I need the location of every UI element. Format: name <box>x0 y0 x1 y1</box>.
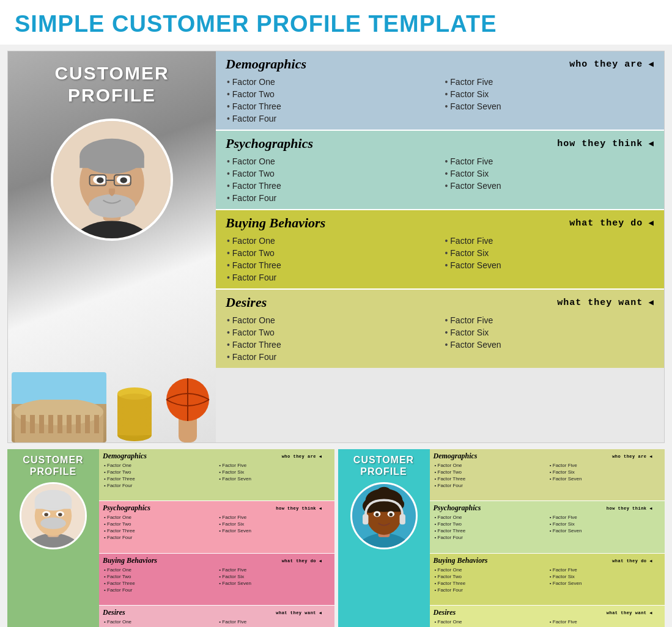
desires-right-list: Factor Five Factor Six Factor Seven <box>440 314 659 363</box>
small-card-2-title: CUSTOMERPROFILE <box>338 449 430 480</box>
svg-point-8 <box>97 177 104 183</box>
sc2-desires-right: Factor FiveFactor SixFactor Seven <box>547 618 662 627</box>
list-item: Factor Six <box>445 167 654 180</box>
main-person-avatar <box>51 119 173 241</box>
section-buying: Buying Behaviors what they do Factor One… <box>216 210 664 290</box>
list-item: Factor Three <box>227 180 435 192</box>
list-item: Factor One <box>227 155 435 167</box>
sc2-tag-psycho: how they think <box>607 504 665 511</box>
svg-rect-5 <box>79 156 144 168</box>
list-item: Factor Three <box>227 339 435 351</box>
sc1-buying-left: Factor OneFactor Two Factor ThreeFactor … <box>102 566 216 593</box>
sc1-buying-right: Factor FiveFactor SixFactor Seven <box>216 566 331 593</box>
list-item: Factor Six <box>445 326 654 339</box>
svg-point-13 <box>89 194 136 218</box>
sc1-title-psycho: Psychographics <box>99 501 154 513</box>
sc1-tag-desires: what they want <box>276 608 334 615</box>
colosseum-image <box>12 372 106 442</box>
small-card-1-left: CUSTOMERPROFILE <box>7 449 99 627</box>
svg-point-46 <box>58 513 62 517</box>
svg-rect-42 <box>35 501 72 509</box>
section-psychographics: Psychographics how they think Factor One… <box>216 131 664 210</box>
list-item: Factor Seven <box>445 180 654 192</box>
small-card-1-title: CUSTOMERPROFILE <box>7 449 99 480</box>
buying-right-list: Factor Five Factor Six Factor Seven <box>440 235 659 284</box>
list-item: Factor Four <box>227 271 435 284</box>
sc2-demo-right: Factor FiveFactor SixFactor Seven <box>547 462 662 489</box>
svg-rect-61 <box>363 515 368 525</box>
sc2-desires-left: Factor OneFactor Two Factor ThreeFactor … <box>432 618 547 627</box>
bottom-images <box>8 320 216 442</box>
small-card-1: CUSTOMERPROFILE <box>7 449 334 627</box>
svg-point-9 <box>120 177 127 183</box>
sc2-tag-desires: what they want <box>607 608 665 615</box>
sc1-tag-buying: what they do <box>282 556 334 563</box>
list-item: Factor Six <box>445 247 654 259</box>
sc2-title-psycho: Psychographics <box>430 501 485 513</box>
sc1-demo-right: Factor FiveFactor SixFactor Seven <box>216 462 331 489</box>
list-item: Factor Two <box>227 88 435 100</box>
svg-rect-24 <box>94 415 99 433</box>
svg-point-59 <box>375 513 378 517</box>
sc1-title-desires: Desires <box>99 606 129 618</box>
sc1-section-buying: Buying Behaviors what they do Factor One… <box>99 554 334 606</box>
list-item: Factor Two <box>227 167 435 180</box>
sc1-demo-left: Factor OneFactor Two Factor ThreeFactor … <box>102 462 216 489</box>
svg-rect-23 <box>85 415 90 433</box>
list-item: Factor Four <box>227 112 435 125</box>
section-title-buying: Buying Behaviors <box>216 210 564 233</box>
sc2-title-desires: Desires <box>430 606 460 618</box>
sc1-title-buying: Buying Behaviors <box>99 554 161 566</box>
list-item: Factor Seven <box>445 339 654 351</box>
sc2-psycho-right: Factor FiveFactor SixFactor Seven <box>547 514 662 541</box>
section-title-psycho: Psychographics <box>216 131 552 154</box>
section-desires: Desires what they want Factor One Factor… <box>216 290 664 368</box>
svg-point-33 <box>117 424 152 436</box>
sc2-psycho-left: Factor OneFactor Two Factor ThreeFactor … <box>432 514 547 541</box>
basketball-image <box>163 375 212 442</box>
svg-rect-20 <box>57 415 62 433</box>
sc2-buying-right: Factor FiveFactor SixFactor Seven <box>547 566 662 593</box>
main-card: CUSTOMER PROFILE <box>7 51 665 443</box>
small-card-2: CUSTOMERPROFILE <box>338 449 665 627</box>
small-card-1-right: Demographics who they are Factor OneFact… <box>99 449 334 627</box>
sc1-desires-left: Factor OneFactor Two Factor ThreeFactor … <box>102 618 216 627</box>
small-card-2-right: Demographics who they are Factor OneFact… <box>430 449 665 627</box>
page-title: SIMPLE CUSTOMER PROFILE TEMPLATE <box>0 0 672 45</box>
sc1-section-psycho: Psychographics how they think Factor One… <box>99 501 334 553</box>
svg-point-60 <box>389 513 393 517</box>
list-item: Factor Four <box>227 351 435 363</box>
list-item: Factor Seven <box>445 100 654 112</box>
main-left-panel: CUSTOMER PROFILE <box>8 51 216 442</box>
list-item: Factor Five <box>445 235 654 247</box>
sc2-section-psycho: Psychographics how they think Factor One… <box>430 501 665 553</box>
desires-left-list: Factor One Factor Two Factor Three Facto… <box>222 314 440 363</box>
section-tag-buying: what they do <box>564 213 664 231</box>
list-item: Factor Five <box>445 76 654 88</box>
svg-point-45 <box>44 513 48 517</box>
sc2-tag-demo: who they are <box>612 452 665 459</box>
sc2-section-buying: Buying Behaviors what they do Factor One… <box>430 554 665 606</box>
buying-left-list: Factor One Factor Two Factor Three Facto… <box>222 235 440 284</box>
small-cards-row: CUSTOMERPROFILE <box>7 449 665 627</box>
demo-left-list: Factor One Factor Two Factor Three Facto… <box>222 76 440 125</box>
svg-rect-16 <box>21 415 26 433</box>
sc1-psycho-right: Factor FiveFactor SixFactor Seven <box>216 514 331 541</box>
small-card-2-avatar <box>350 482 418 549</box>
psycho-left-list: Factor One Factor Two Factor Three Facto… <box>222 155 440 204</box>
section-tag-demo: who they are <box>564 54 664 72</box>
sc1-tag-demo: who they are <box>282 452 334 459</box>
svg-rect-18 <box>39 415 44 433</box>
main-right-panel: Demographics who they are Factor One Fac… <box>216 51 664 442</box>
sc1-section-demo: Demographics who they are Factor OneFact… <box>99 449 334 501</box>
section-tag-desires: what they want <box>552 292 664 310</box>
list-item: Factor Two <box>227 326 435 339</box>
psycho-right-list: Factor Five Factor Six Factor Seven <box>440 155 659 204</box>
sc1-title-demo: Demographics <box>99 449 150 461</box>
demo-right-list: Factor Five Factor Six Factor Seven <box>440 76 659 125</box>
sc2-section-demo: Demographics who they are Factor OneFact… <box>430 449 665 501</box>
sc2-demo-left: Factor OneFactor Two Factor ThreeFactor … <box>432 462 547 489</box>
section-tag-psycho: how they think <box>552 133 664 152</box>
sc2-section-desires: Desires what they want Factor OneFactor … <box>430 606 665 627</box>
section-title-desires: Desires <box>216 290 552 313</box>
